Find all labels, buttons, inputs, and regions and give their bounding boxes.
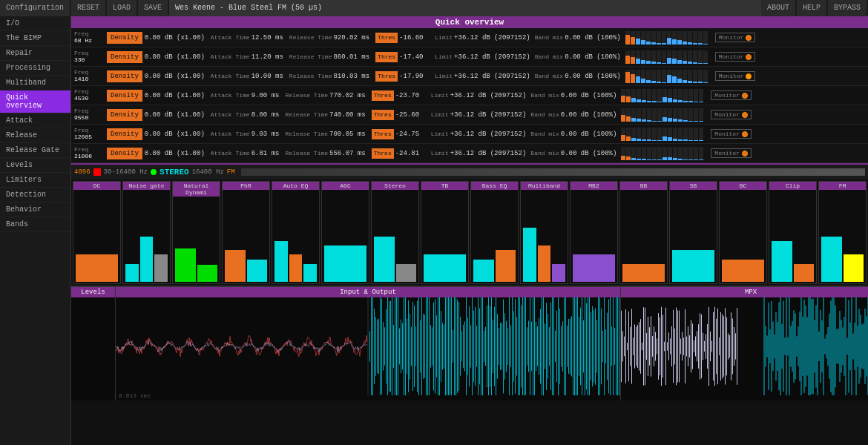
density-btn-4[interactable]: Density [107,109,142,121]
release-val-1: 860.01 ms [333,53,369,61]
monitor-dot-2 [746,73,752,79]
thres-label-1: Thres [375,52,398,62]
sidebar-item-detection[interactable]: Detection [0,188,70,202]
module-label-stereo: Stereo [372,182,418,190]
sidebar-item-behavior[interactable]: Behavior [0,202,70,217]
density-val-2: 0.00 dB (x1.00) [145,73,205,80]
module-visual-multiband [521,190,568,283]
bandmix-label-4: Band mix [530,111,559,118]
reset-button[interactable]: RESET [71,0,105,16]
density-btn-0[interactable]: Density [107,32,142,44]
sidebar: I/OThe BIMPRepairProcessingMultibandQuic… [0,16,71,445]
freq-label-6: Freq 21006 [74,147,107,160]
module-visual-natural-dynami [173,197,220,283]
module-mb2[interactable]: MB2 [570,181,618,284]
monitor-btn-3[interactable]: Monitor [711,90,752,100]
module-noise-gate[interactable]: Noise gate [122,181,171,284]
sidebar-item-bands[interactable]: Bands [0,217,70,232]
signal-bar: 4096 30-16400 Hz STEREO 16400 Hz FM [71,165,868,179]
monitor-btn-6[interactable]: Monitor [711,148,752,158]
release-label-4: Release Time [285,111,328,118]
module-agc[interactable]: AGC [321,181,369,284]
sidebar-item-quick-overview[interactable]: Quick overview [0,90,70,113]
monitor-btn-0[interactable]: Monitor [715,33,756,42]
sidebar-item-attack[interactable]: Attack [0,113,70,128]
bottom-panels: Levels Input & Output 0 [71,286,868,400]
bandmix-label-3: Band mix [530,92,559,99]
sidebar-item-multiband[interactable]: Multiband [0,76,70,90]
release-label-1: Release Time [289,53,332,60]
density-val-1: 0.00 dB (x1.00) [145,53,205,61]
thres-val-0: -16.60 [399,34,430,42]
monitor-label-3: Monitor [714,92,740,99]
thres-val-6: -24.81 [395,150,427,157]
module-auto-eq[interactable]: Auto EQ [272,181,320,284]
monitor-btn-1[interactable]: Monitor [715,52,756,62]
config-menu[interactable]: Configuration [0,0,70,16]
module-visual-phr [223,190,269,283]
stereo-label: STEREO [160,168,189,177]
sidebar-item-release[interactable]: Release [0,128,70,143]
module-visual-bc [720,190,766,283]
band-row-4: Freq 9550 Density 0.00 dB (x1.00) Attack… [71,105,868,125]
limit-val-2: +36.12 dB (2097152) [454,73,530,80]
save-button[interactable]: SAVE [138,0,168,16]
density-val-4: 0.00 dB (x1.00) [145,111,205,119]
density-btn-3[interactable]: Density [107,90,142,102]
fm-label: FM [227,168,235,176]
quick-overview-header: Quick overview [71,16,868,28]
meters-1 [625,50,708,64]
module-phr[interactable]: PhR [222,181,270,284]
sidebar-item-io[interactable]: I/O [0,16,70,31]
module-visual-bb [620,190,667,283]
attack-label-2: Attack Time [211,73,250,79]
bandmix-val-4: 0.00 dB (100%) [561,111,617,119]
module-label-fm: FM [819,182,866,190]
bypass-button[interactable]: BYPASS [828,0,867,16]
sidebar-item-release-gate[interactable]: Release Gate [0,143,70,158]
module-bb[interactable]: BB [619,181,668,284]
module-dc[interactable]: DC [73,181,121,284]
content-area: Quick overview Freq 68 Hz Density 0.00 d… [71,16,868,445]
density-btn-5[interactable]: Density [107,128,142,140]
thres-label-0: Thres [375,33,398,43]
band-row-6: Freq 21006 Density 0.00 dB (x1.00) Attac… [71,144,868,163]
bandmix-label-0: Band mix [535,34,563,41]
module-multiband[interactable]: Multiband [520,181,568,284]
module-natural-dynami[interactable]: Natural Dynami [172,181,220,284]
bands-container: Freq 68 Hz Density 0.00 dB (x1.00) Attac… [71,28,868,163]
band-row-2: Freq 1410 Density 0.00 dB (x1.00) Attack… [71,67,868,86]
density-btn-6[interactable]: Density [107,148,142,159]
thres-val-3: -23.70 [395,92,427,99]
release-val-2: 810.03 ms [333,73,369,80]
monitor-btn-5[interactable]: Monitor [711,129,752,139]
help-button[interactable]: HELP [797,0,826,16]
about-button[interactable]: ABOUT [761,0,795,16]
density-btn-2[interactable]: Density [107,70,142,82]
module-bass-eq[interactable]: Bass EQ [470,181,519,284]
module-tb[interactable]: TB [421,181,469,284]
freq-label-0: Freq 68 Hz [74,31,107,44]
monitor-dot-1 [746,54,752,60]
release-label-2: Release Time [289,73,332,79]
sidebar-item-repair[interactable]: Repair [0,46,70,61]
module-stereo[interactable]: Stereo [371,181,419,284]
monitor-btn-4[interactable]: Monitor [711,110,752,119]
sidebar-item-processing[interactable]: Processing [0,61,70,76]
module-bc[interactable]: BC [719,181,767,284]
sidebar-item-limiters[interactable]: Limiters [0,173,70,188]
limit-val-4: +36.12 dB (2097152) [450,111,527,119]
sidebar-item-bimp[interactable]: The BIMP [0,31,70,46]
attack-label-6: Attack Time [211,150,250,156]
module-sb[interactable]: SB [669,181,717,284]
sidebar-item-levels[interactable]: Levels [0,158,70,173]
load-button[interactable]: LOAD [107,0,137,16]
monitor-btn-2[interactable]: Monitor [715,71,756,81]
module-label-phr: PhR [223,182,269,190]
density-btn-1[interactable]: Density [107,51,142,63]
limit-label-5: Limit [431,131,449,137]
red-indicator [93,168,101,176]
module-clip[interactable]: Clip [769,181,817,284]
module-visual-stereo [372,190,418,283]
module-fm[interactable]: FM [818,181,867,284]
